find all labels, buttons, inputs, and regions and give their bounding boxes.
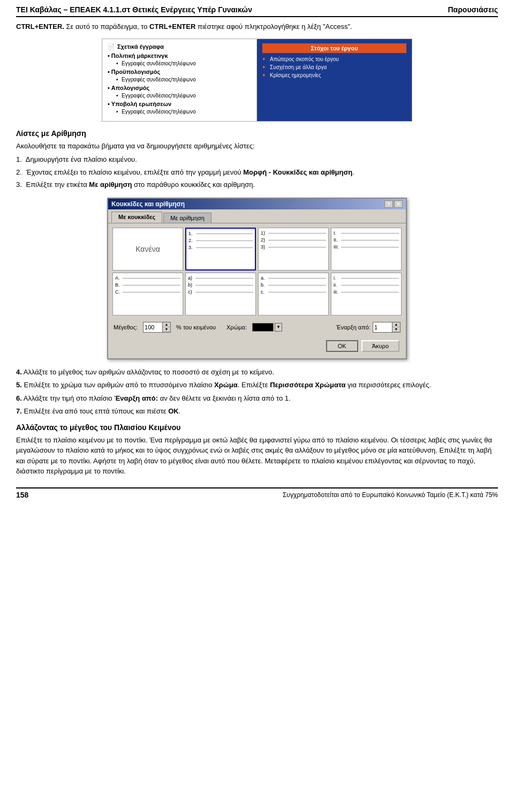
size-spin-down[interactable]: ▼ <box>163 327 170 332</box>
sub-item-1-1: Εγγραφές συνδέσιος/τηλέφωνο <box>116 61 251 66</box>
color-swatch <box>252 323 274 332</box>
slide-right-item-1: Απώτερος σκοπός του έργου <box>262 56 406 62</box>
style-cell-none[interactable]: Κανένα <box>112 228 183 270</box>
sub-item-3-1: Εγγραφές συνδέσιος/τηλέφωνο <box>116 93 251 99</box>
size-spinbox[interactable]: ▲ ▼ <box>143 322 171 333</box>
bullet-icon-2: • <box>108 69 110 75</box>
style-cell-7[interactable]: i. ii. iii. <box>331 273 402 315</box>
sub-item-4-1: Εγγραφές συνδέσιος/τηλέφωνο <box>116 109 251 115</box>
dialog-help-btn[interactable]: ? <box>384 200 393 208</box>
header-title: ΤΕΙ Καβάλας – ΕΠΕΑΕΚ 4.1.1.στ Θετικές Εν… <box>16 5 252 14</box>
dialog-content: Κανένα 1. 2. 3. 1) 2) <box>108 223 406 358</box>
dialog-container: Κουκκίδες και αρίθμηση ? ✕ Με κουκκίδες … <box>16 198 498 359</box>
slide-left-panel: 📄 Σχετικά έγγραφα • Πολιτική μάρκετινγκ … <box>102 39 257 121</box>
start-spin-up[interactable]: ▲ <box>392 322 400 327</box>
dialog-titlebar-buttons: ? ✕ <box>384 200 403 208</box>
bullet-icon-1: • <box>108 52 110 59</box>
step-2: 2. Έχοντας επιλέξει το πλαίσιο κειμένου,… <box>16 167 498 178</box>
step-2-text: Έχοντας επιλέξει το πλαίσιο κειμένου, επ… <box>26 168 354 176</box>
ctrl-enter-label: CTRL+ENTER. <box>16 22 64 31</box>
kaneva-label: Κανένα <box>135 245 160 253</box>
color-label: Χρώμα: <box>226 324 247 330</box>
page-number: 158 <box>16 491 28 499</box>
cell-lines-6: a. b. c. <box>261 275 326 295</box>
bullet-style-grid: Κανένα 1. 2. 3. 1) 2) <box>112 228 402 315</box>
intro-paragraph: CTRL+ENTER. Σε αυτό το παράδειγμα, το CT… <box>16 21 498 32</box>
screenshot-area: 📄 Σχετικά έγγραφα • Πολιτική μάρκετινγκ … <box>16 39 498 122</box>
color-picker[interactable]: ▼ <box>252 323 282 332</box>
intro-text: Σε αυτό το παράδειγμα, το CTRL+ENTER πιέ… <box>66 22 352 31</box>
ok-button[interactable]: ΟΚ <box>326 340 358 352</box>
style-cell-1[interactable]: 1. 2. 3. <box>185 228 256 270</box>
step-6: 6. Αλλάξτε την τιμή στο πλαίσιο Έναρξη α… <box>16 393 498 404</box>
cancel-button[interactable]: Άκυρο <box>361 340 399 352</box>
slide-right-item-3: Κρίσιμες ημερομηνίες <box>262 72 406 78</box>
step-5-text: Επιλέξτε το χρώμα των αριθμών από το πτυ… <box>24 381 431 389</box>
bullet-icon-4: • <box>108 101 110 107</box>
slide-item-2: • Προϋπολογισμός Εγγραφές συνδέσιος/τηλέ… <box>108 69 251 82</box>
page-footer: 158 Συγχρηματοδοτείται από το Ευρωπαϊκό … <box>16 487 498 499</box>
step-1: 1. Δημιουργήστε ένα πλαίσιο κειμένου. <box>16 154 498 165</box>
size-suffix: % του κειμένου <box>176 324 216 330</box>
page-header: ΤΕΙ Καβάλας – ΕΠΕΑΕΚ 4.1.1.στ Θετικές Εν… <box>16 5 498 17</box>
dialog-controls-row: Μέγεθος: ▲ ▼ % του κειμένου Χρώμα: ▼ <box>112 320 402 335</box>
style-cell-3[interactable]: I. II. III. <box>331 228 402 270</box>
start-input[interactable] <box>373 324 392 331</box>
dialog-box: Κουκκίδες και αρίθμηση ? ✕ Με κουκκίδες … <box>107 198 407 359</box>
slide-left-header: 📄 Σχετικά έγγραφα <box>108 43 251 50</box>
folder-icon: 📄 <box>108 43 115 50</box>
sub-item-2-1: Εγγραφές συνδέσιος/τηλέφωνο <box>116 77 251 82</box>
bullet-icon-3: • <box>108 85 110 91</box>
dialog-tabs: Με κουκκίδες Με αρίθμηση <box>108 209 406 223</box>
step-7-text: Επιλέξτε ένα από τους επτά τύπους και πι… <box>24 407 180 415</box>
start-spinbox[interactable]: ▲ ▼ <box>373 322 400 333</box>
cell-lines-5: a) b) c) <box>188 275 253 295</box>
size-input[interactable] <box>143 324 162 331</box>
section-intro: Ακολουθήστε τα παρακάτω βήματα για να δη… <box>16 141 498 152</box>
slide-right-list: Απώτερος σκοπός του έργου Συσχέτιση με ά… <box>262 56 406 78</box>
slide-preview: 📄 Σχετικά έγγραφα • Πολιτική μάρκετινγκ … <box>102 39 412 122</box>
step-1-text: Δημιουργήστε ένα πλαίσιο κειμένου. <box>26 155 137 163</box>
slide-item-4: • Υποβολή ερωτήσεων Εγγραφές συνδέσιος/τ… <box>108 101 251 115</box>
tab-bullets[interactable]: Με κουκκίδες <box>111 212 162 223</box>
cell-lines-3: I. II. III. <box>334 230 399 250</box>
step-6-text: Αλλάξτε την τιμή στο πλαίσιο Έναρξη από:… <box>24 394 291 402</box>
steps-after-list: 4. Αλλάξτε το μέγεθος των αριθμών αλλάζο… <box>16 367 498 417</box>
color-dropdown-btn[interactable]: ▼ <box>275 323 282 332</box>
style-cell-5[interactable]: a) b) c) <box>185 273 256 315</box>
tab-numbered[interactable]: Με αρίθμηση <box>163 213 211 223</box>
slide-right-panel: Στόχοι του έργου Απώτερος σκοπός του έργ… <box>257 39 412 121</box>
style-cell-4[interactable]: A. B. C. <box>112 273 183 315</box>
style-cell-6[interactable]: a. b. c. <box>258 273 329 315</box>
dialog-button-row: ΟΚ Άκυρο <box>112 338 402 354</box>
start-spin-down[interactable]: ▼ <box>392 327 400 332</box>
slide-right-item-2: Συσχέτιση με άλλα έργα <box>262 64 406 70</box>
cell-lines-2: 1) 2) 3) <box>261 230 326 250</box>
size-spin-up[interactable]: ▲ <box>163 322 170 327</box>
dialog-title: Κουκκίδες και αρίθμηση <box>111 200 185 208</box>
dialog-close-btn[interactable]: ✕ <box>394 200 403 208</box>
dialog-titlebar: Κουκκίδες και αρίθμηση ? ✕ <box>108 199 406 209</box>
cell-lines-7: i. ii. iii. <box>334 275 399 295</box>
resize-section-text: Επιλέξτε το πλαίσιο κειμένου με το ποντί… <box>16 435 498 477</box>
step-4: 4. Αλλάξτε το μέγεθος των αριθμών αλλάζο… <box>16 367 498 378</box>
step-4-text: Αλλάξτε το μέγεθος των αριθμών αλλάζοντα… <box>24 368 274 376</box>
slide-item-3: • Απολογισμός Εγγραφές συνδέσιος/τηλέφων… <box>108 85 251 99</box>
step-7: 7. Επιλέξτε ένα από τους επτά τύπους και… <box>16 406 498 417</box>
start-wrap: Έναρξη από: ▲ ▼ <box>336 322 400 333</box>
footer-text: Συγχρηματοδοτείται από το Ευρωπαϊκό Κοιν… <box>283 491 498 499</box>
cell-lines-4: A. B. C. <box>115 275 180 295</box>
step-5: 5. Επιλέξτε το χρώμα των αριθμών από το … <box>16 380 498 390</box>
style-cell-2[interactable]: 1) 2) 3) <box>258 228 329 270</box>
step-3-text: Επιλέξτε την ετικέτα Με αρίθμηση στο παρ… <box>26 181 255 189</box>
slide-item-1: • Πολιτική μάρκετινγκ Εγγραφές συνδέσιος… <box>108 52 251 66</box>
cell-lines-1: 1. 2. 3. <box>188 231 253 250</box>
start-label: Έναρξη από: <box>336 324 371 330</box>
size-label: Μέγεθος: <box>114 324 138 330</box>
section-heading: Λίστες με Αρίθμηση <box>16 129 498 138</box>
slide-right-title: Στόχοι του έργου <box>262 43 406 53</box>
slide-left-title: Σχετικά έγγραφα <box>117 43 164 50</box>
header-right: Παρουσιάσεις <box>448 5 498 14</box>
resize-section-heading: Αλλάζοντας το μέγεθος του Πλαισίου Κειμέ… <box>16 423 498 432</box>
steps-before-list: 1. Δημιουργήστε ένα πλαίσιο κειμένου. 2.… <box>16 154 498 190</box>
